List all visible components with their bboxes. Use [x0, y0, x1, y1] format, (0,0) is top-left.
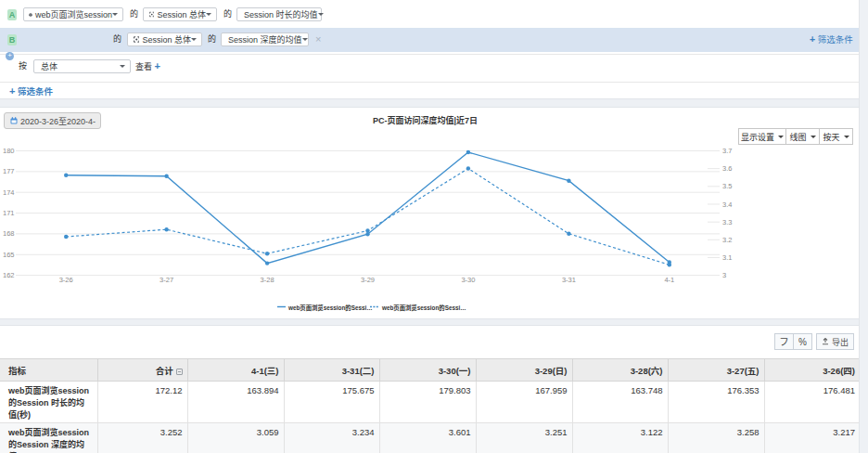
svg-text:3-26: 3-26: [59, 276, 73, 284]
svg-text:177: 177: [3, 167, 15, 175]
svg-text:180: 180: [3, 147, 15, 155]
svg-text:168: 168: [3, 229, 15, 238]
svg-text:3.6: 3.6: [722, 164, 732, 173]
svg-text:3.5: 3.5: [722, 182, 732, 190]
svg-text:162: 162: [3, 271, 15, 279]
svg-text:3-27: 3-27: [160, 276, 173, 284]
svg-text:3.2: 3.2: [722, 236, 732, 244]
svg-text:171: 171: [3, 209, 15, 217]
svg-text:3.1: 3.1: [722, 253, 732, 262]
svg-text:3-31: 3-31: [562, 276, 576, 284]
svg-text:165: 165: [3, 251, 15, 259]
svg-text:174: 174: [3, 188, 15, 197]
svg-text:3-29: 3-29: [361, 276, 375, 284]
svg-text:3.4: 3.4: [722, 201, 732, 209]
svg-text:3.3: 3.3: [722, 218, 732, 226]
svg-text:web页面浏览session的Sessi…: web页面浏览session的Sessi…: [287, 304, 373, 312]
svg-text:4-1: 4-1: [664, 276, 674, 284]
svg-text:3: 3: [722, 271, 726, 279]
svg-text:web页面浏览session的Sessi…: web页面浏览session的Sessi…: [381, 304, 466, 312]
svg-text:3-30: 3-30: [461, 276, 475, 284]
svg-text:3-28: 3-28: [261, 276, 274, 284]
svg-text:3.7: 3.7: [722, 147, 732, 155]
